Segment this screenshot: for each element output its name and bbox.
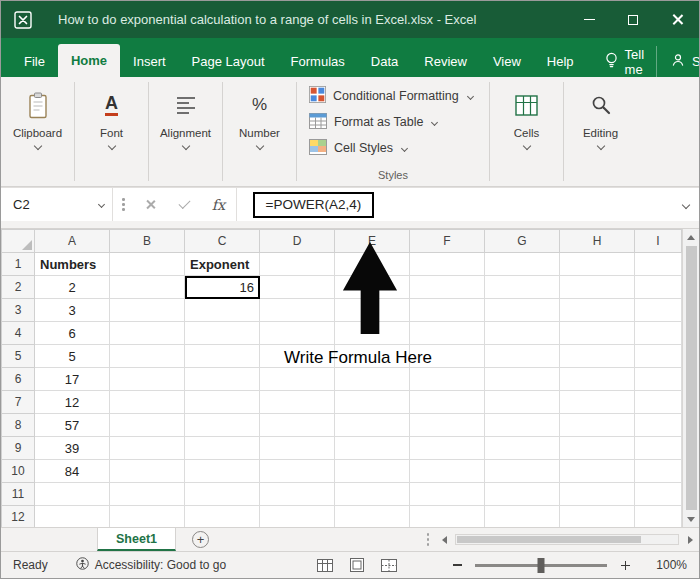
tab-page-layout[interactable]: Page Layout [179,46,278,77]
cell-H2[interactable] [560,276,635,299]
cell-B2[interactable] [110,276,185,299]
column-header-D[interactable]: D [260,230,335,253]
cell-A6[interactable]: 17 [35,368,110,391]
cell-F2[interactable] [410,276,485,299]
cell-H7[interactable] [560,391,635,414]
cell-A7[interactable]: 12 [35,391,110,414]
tab-home[interactable]: Home [58,44,120,77]
row-header-6[interactable]: 6 [2,368,35,391]
cell-I6[interactable] [635,368,682,391]
cell-F9[interactable] [410,437,485,460]
cell-F7[interactable] [410,391,485,414]
cell-H8[interactable] [560,414,635,437]
column-header-C[interactable]: C [185,230,260,253]
cell-F6[interactable] [410,368,485,391]
cell-A10[interactable]: 84 [35,460,110,483]
cell-styles-button[interactable]: Cell Styles [309,135,407,161]
cell-G10[interactable] [485,460,560,483]
new-sheet-button[interactable]: + [192,531,209,548]
cell-B8[interactable] [110,414,185,437]
insert-function-button[interactable]: fx [202,188,236,221]
cell-D7[interactable] [260,391,335,414]
cell-C6[interactable] [185,368,260,391]
select-all-button[interactable] [2,230,35,253]
tab-file[interactable]: File [11,46,58,77]
tab-formulas[interactable]: Formulas [278,46,358,77]
conditional-formatting-button[interactable]: Conditional Formatting [309,83,473,109]
close-button[interactable] [655,1,699,38]
cell-D12[interactable] [260,506,335,528]
cell-F3[interactable] [410,299,485,322]
cell-G2[interactable] [485,276,560,299]
cell-I1[interactable] [635,253,682,276]
cell-D3[interactable] [260,299,335,322]
scroll-left-button[interactable] [435,536,453,544]
horizontal-scrollbar-thumb[interactable] [457,536,641,543]
font-group-button[interactable]: A Font [75,77,148,186]
cell-F10[interactable] [410,460,485,483]
cell-D1[interactable] [260,253,335,276]
cell-G3[interactable] [485,299,560,322]
page-layout-view-button[interactable] [345,555,369,575]
column-header-B[interactable]: B [110,230,185,253]
cell-I7[interactable] [635,391,682,414]
cell-A4[interactable]: 6 [35,322,110,345]
cell-A2[interactable]: 2 [35,276,110,299]
cell-B11[interactable] [110,483,185,506]
cell-F4[interactable] [410,322,485,345]
cell-G11[interactable] [485,483,560,506]
cell-H3[interactable] [560,299,635,322]
cell-A11[interactable] [35,483,110,506]
cell-H12[interactable] [560,506,635,528]
cell-A12[interactable] [35,506,110,528]
cell-B3[interactable] [110,299,185,322]
cell-C3[interactable] [185,299,260,322]
cell-C7[interactable] [185,391,260,414]
cells-group-button[interactable]: Cells [490,77,563,186]
cell-D2[interactable] [260,276,335,299]
cell-E7[interactable] [335,391,410,414]
cell-C4[interactable] [185,322,260,345]
cell-A9[interactable]: 39 [35,437,110,460]
cell-G1[interactable] [485,253,560,276]
sheet-tab-sheet1[interactable]: Sheet1 [97,528,176,551]
scroll-up-button[interactable] [683,229,699,245]
cell-H1[interactable] [560,253,635,276]
share-button[interactable]: Share [656,46,700,77]
minimize-button[interactable] [567,1,611,38]
cell-I12[interactable] [635,506,682,528]
accessibility-status-button[interactable]: Accessibility: Good to go [76,557,226,573]
cell-A5[interactable]: 5 [35,345,110,368]
cell-E9[interactable] [335,437,410,460]
cell-B9[interactable] [110,437,185,460]
tab-help[interactable]: Help [534,46,587,77]
enter-button[interactable] [168,188,202,221]
cell-E10[interactable] [335,460,410,483]
row-header-5[interactable]: 5 [2,345,35,368]
zoom-out-button[interactable] [447,555,467,575]
tab-scroll-divider[interactable] [427,533,430,546]
tab-view[interactable]: View [480,46,534,77]
editing-group-button[interactable]: Editing [564,77,637,186]
cell-B12[interactable] [110,506,185,528]
formula-bar-expand-button[interactable] [673,202,699,208]
cell-I5[interactable] [635,345,682,368]
column-header-H[interactable]: H [560,230,635,253]
scroll-down-button[interactable] [683,511,699,527]
cell-C12[interactable] [185,506,260,528]
cell-I2[interactable] [635,276,682,299]
cell-C10[interactable] [185,460,260,483]
column-header-F[interactable]: F [410,230,485,253]
format-as-table-button[interactable]: Format as Table [309,109,437,135]
cell-A3[interactable]: 3 [35,299,110,322]
cell-D11[interactable] [260,483,335,506]
cell-I10[interactable] [635,460,682,483]
cell-C5[interactable] [185,345,260,368]
cell-G7[interactable] [485,391,560,414]
cell-H4[interactable] [560,322,635,345]
row-header-12[interactable]: 12 [2,506,35,528]
cell-C8[interactable] [185,414,260,437]
cell-H9[interactable] [560,437,635,460]
cell-B4[interactable] [110,322,185,345]
clipboard-group-button[interactable]: Clipboard [1,77,74,186]
